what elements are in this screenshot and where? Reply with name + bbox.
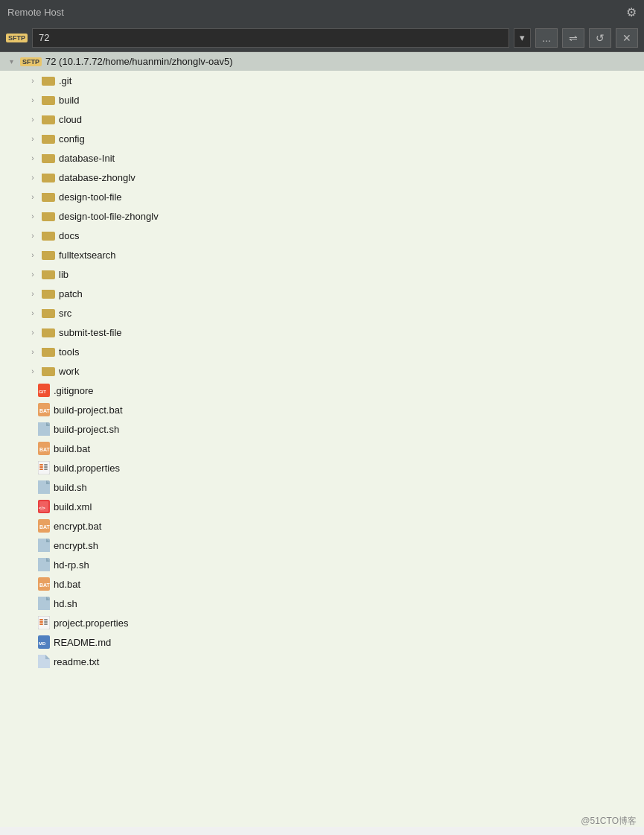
tree-file-item[interactable]: hd-rp.sh	[0, 555, 644, 574]
bat-icon: BAT	[38, 577, 50, 591]
settings-button[interactable]: ⇌	[562, 28, 584, 48]
tree-root[interactable]: ▾ SFTP 72 (10.1.7.72/home/huanmin/zhongl…	[0, 52, 644, 71]
tree-file-item[interactable]: BAT build.bat	[0, 439, 644, 458]
expand-arrow: ›	[28, 346, 38, 357]
svg-text:BAT: BAT	[39, 524, 50, 530]
expand-arrow: ›	[28, 114, 38, 124]
tree-file-item[interactable]: BAT build-project.bat	[0, 400, 644, 419]
svg-rect-37	[39, 621, 43, 623]
svg-rect-9	[38, 461, 50, 474]
expand-arrow: ›	[28, 269, 38, 279]
folder-icon	[42, 172, 55, 182]
refresh-button[interactable]: ↺	[589, 28, 611, 48]
svg-rect-41	[44, 623, 48, 625]
expand-arrow: ›	[28, 153, 38, 163]
folder-icon	[42, 288, 55, 299]
close-button[interactable]: ✕	[616, 28, 638, 48]
expand-arrow: ›	[28, 308, 38, 318]
title-bar-left: Remote Host	[7, 7, 64, 18]
folder-name: .git	[59, 75, 71, 86]
svg-rect-36	[39, 619, 43, 620]
folder-name: lib	[59, 269, 68, 280]
tree-folder-item[interactable]: › database-Init	[0, 148, 644, 168]
tree-file-item[interactable]: build-project.sh	[0, 419, 644, 439]
tree-file-item[interactable]: encrypt.sh	[0, 536, 644, 555]
tree-file-item[interactable]: project.properties	[0, 613, 644, 632]
file-name: encrypt.bat	[54, 521, 101, 532]
file-name: build-project.sh	[54, 424, 119, 435]
bat-icon: BAT	[38, 442, 50, 455]
tree-folder-item[interactable]: › submit-test-file	[0, 323, 644, 342]
folder-name: fulltextsearch	[59, 250, 116, 261]
tree-folder-item[interactable]: › cloud	[0, 109, 644, 129]
watermark: @51CTO博客	[581, 815, 637, 828]
tree-folder-item[interactable]: › patch	[0, 284, 644, 303]
tree-folder-item[interactable]: › design-tool-file	[0, 187, 644, 206]
tree-file-item[interactable]: readme.txt	[0, 652, 644, 671]
file-name: README.md	[54, 637, 111, 648]
file-name: build.properties	[54, 463, 120, 474]
tree-folder-item[interactable]: › lib	[0, 264, 644, 284]
tree-file-item[interactable]: hd.sh	[0, 594, 644, 613]
folder-icon	[42, 230, 55, 241]
expand-arrow: ›	[28, 230, 38, 241]
tree-folder-item[interactable]: › fulltextsearch	[0, 245, 644, 264]
sftp-label: SFTP	[6, 34, 28, 42]
file-name: build.xml	[54, 501, 92, 512]
tree-file-item[interactable]: BAT encrypt.bat	[0, 516, 644, 536]
tree-folder-item[interactable]: › database-zhonglv	[0, 168, 644, 187]
tree-file-item[interactable]: build.sh	[0, 477, 644, 497]
tree-folder-item[interactable]: › work	[0, 361, 644, 381]
folder-icon	[42, 114, 55, 124]
tree-file-item[interactable]: build.properties	[0, 458, 644, 477]
tree-file-item[interactable]: BAT hd.bat	[0, 574, 644, 594]
folder-name: src	[59, 308, 71, 319]
svg-rect-12	[39, 469, 43, 470]
tree-folder-item[interactable]: › build	[0, 90, 644, 109]
expand-arrow: ›	[28, 250, 38, 260]
svg-text:BAT: BAT	[39, 447, 50, 452]
file-list: GIT .gitignore BAT build-project.bat bui…	[0, 381, 644, 671]
folder-icon	[42, 327, 55, 337]
folder-name: database-Init	[59, 153, 115, 164]
file-tree: ▾ SFTP 72 (10.1.7.72/home/huanmin/zhongl…	[0, 52, 644, 827]
expand-arrow: ›	[28, 75, 38, 86]
folder-name: design-tool-file	[59, 191, 122, 203]
sh-icon	[38, 480, 50, 494]
tree-folder-item[interactable]: › .git	[0, 71, 644, 90]
folder-icon	[42, 308, 55, 318]
toolbar: SFTP ▾ ... ⇌ ↺ ✕	[0, 24, 644, 52]
tree-file-item[interactable]: MD README.md	[0, 632, 644, 652]
folder-icon	[42, 346, 55, 357]
file-name: project.properties	[54, 617, 128, 629]
svg-rect-38	[39, 623, 43, 625]
svg-rect-10	[39, 464, 43, 466]
expand-arrow: ›	[28, 133, 38, 144]
sh-icon	[38, 558, 50, 571]
tree-folder-item[interactable]: › design-tool-file-zhonglv	[0, 206, 644, 226]
tree-folder-item[interactable]: › docs	[0, 226, 644, 245]
tree-file-item[interactable]: </> build.xml	[0, 497, 644, 516]
tree-folder-item[interactable]: › src	[0, 303, 644, 323]
tree-folder-item[interactable]: › tools	[0, 342, 644, 361]
expand-arrow: ›	[28, 288, 38, 299]
chevron-down-icon: ▾	[520, 32, 525, 43]
md-icon: MD	[38, 635, 50, 649]
file-name: readme.txt	[54, 656, 99, 667]
tree-folder-item[interactable]: › config	[0, 129, 644, 148]
dropdown-button[interactable]: ▾	[514, 28, 531, 48]
root-label: 72 (10.1.7.72/home/huanmin/zhonglv-oav5)	[45, 56, 233, 67]
folder-icon	[42, 95, 55, 105]
svg-rect-14	[44, 466, 48, 468]
folder-icon	[42, 153, 55, 163]
path-input[interactable]	[32, 28, 509, 48]
tree-file-item[interactable]: GIT .gitignore	[0, 381, 644, 400]
folder-list: › .git › build › cloud › config › databa…	[0, 71, 644, 381]
sh-icon	[38, 597, 50, 610]
more-button[interactable]: ...	[535, 28, 558, 48]
settings-icon[interactable]: ⚙	[626, 5, 637, 19]
file-name: build-project.bat	[54, 404, 123, 416]
file-name: encrypt.sh	[54, 540, 98, 551]
folder-name: tools	[59, 346, 79, 358]
expand-arrow: ›	[28, 366, 38, 376]
